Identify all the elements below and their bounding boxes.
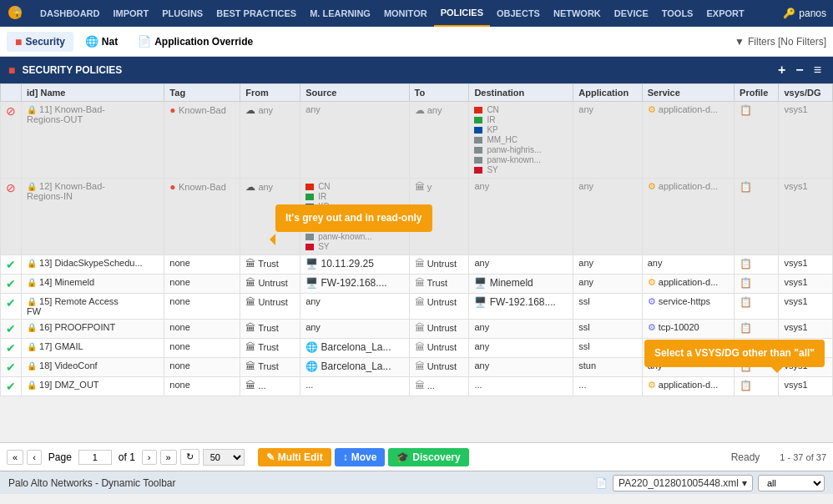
tag-cell: none (164, 320, 240, 339)
nav-export[interactable]: EXPORT (699, 0, 750, 27)
nav-dashboard[interactable]: DASHBOARD (33, 0, 107, 27)
source-cell: any (300, 320, 409, 339)
menu-button[interactable]: ≡ (810, 63, 825, 78)
profile-cell: 📋 (735, 255, 779, 275)
from-cell: 🏛 Untrust (240, 275, 300, 294)
status-green-icon: ✔ (6, 258, 16, 271)
service-cell: ⚙ application-d... (642, 377, 734, 396)
nav-network[interactable]: NETWORK (547, 0, 608, 27)
vsys-cell: vsys1 (779, 255, 833, 275)
service-cell: ⚙ application-d... (642, 102, 734, 179)
page-number-input[interactable] (78, 450, 112, 465)
nav-best-practices[interactable]: BEST PRACTICES (210, 0, 303, 27)
nat-tab-label: Nat (102, 36, 118, 48)
tab-security[interactable]: ■ Security (7, 32, 73, 52)
tag-cell: none (164, 358, 240, 377)
refresh-button[interactable]: ↻ (180, 449, 199, 465)
service-cell: ⚙ tcp-10020 (642, 320, 734, 339)
vsys-cell: vsys1 (779, 275, 833, 294)
name-cell: 🔒 19] DMZ_OUT (22, 377, 164, 396)
application-cell: ssl (573, 320, 642, 339)
destination-cell: any (469, 255, 573, 275)
from-cell: 🏛 Trust (240, 358, 300, 377)
first-page-button[interactable]: « (7, 450, 23, 465)
to-cell: 🏛 Trust (409, 275, 469, 294)
status-green-icon: ✔ (6, 277, 16, 290)
remove-rule-button[interactable]: − (792, 63, 806, 78)
prev-page-button[interactable]: ‹ (27, 450, 42, 465)
vsys-cell: vsys1 (779, 102, 833, 179)
discovery-button[interactable]: 🎓 Discovery (388, 448, 468, 466)
filter-label: Filters [No Filters] (748, 36, 826, 48)
nav-import[interactable]: IMPORT (107, 0, 156, 27)
name-cell: 🔒 16] PROOFPOINT (22, 320, 164, 339)
last-page-button[interactable]: » (160, 450, 177, 465)
service-cell: any (642, 255, 734, 275)
move-label: Move (351, 451, 377, 463)
nav-objects[interactable]: OBJECTS (490, 0, 547, 27)
lock-icon: 🔒 (27, 297, 37, 306)
from-cell: 🏛 ... (240, 377, 300, 396)
table-row[interactable]: ✔ 🔒 16] PROOFPOINT none 🏛 Trust any 🏛 Un… (1, 320, 833, 339)
toolbar-title: Palo Alto Networks - Dynamic Toolbar (8, 477, 176, 489)
name-cell: 🔒 11] Known-Bad-Regions-OUT (22, 102, 164, 179)
section-icon: ■ (8, 63, 15, 77)
col-status-header (1, 84, 22, 102)
name-cell: 🔒 13] DidacSkypeSchedu... (22, 255, 164, 275)
tab-app-override[interactable]: 📄 Application Override (129, 32, 261, 51)
page-label: Page (48, 451, 72, 463)
bottom-bar: Palo Alto Networks - Dynamic Toolbar 📄 P… (0, 471, 833, 494)
move-icon: ↕ (343, 451, 348, 463)
col-destination-header: Destination (469, 84, 573, 102)
profile-icon: 📋 (740, 104, 752, 116)
to-cell: 🏛 ... (409, 377, 469, 396)
status-green-icon: ✔ (6, 380, 16, 393)
col-to-header: To (409, 84, 469, 102)
profile-icon: 📋 (740, 277, 752, 289)
name-cell: 🔒 14] Minemeld (22, 275, 164, 294)
tab-nat[interactable]: 🌐 Nat (77, 32, 126, 51)
file-selector[interactable]: PA220_012801005448.xml ▾ (613, 475, 753, 491)
from-cell: 🏛 Untrust (240, 294, 300, 320)
callout-grey-out: It's grey out and in read-only (275, 204, 432, 232)
svg-text:🔒: 🔒 (11, 6, 23, 18)
nav-device[interactable]: DEVICE (608, 0, 655, 27)
status-cell: ✔ (1, 377, 22, 396)
user-menu[interactable]: 🔑 panos (783, 8, 826, 19)
filter-button[interactable]: ▼ Filters [No Filters] (735, 36, 826, 48)
status-green-icon: ✔ (6, 322, 16, 335)
from-cell: ☁ any (240, 102, 300, 179)
status-cell: ⊘ (1, 179, 22, 255)
table-row[interactable]: ✔ 🔒 15] Remote AccessFW none 🏛 Untrust a… (1, 294, 833, 320)
nav-tools[interactable]: TOOLS (655, 0, 700, 27)
table-row[interactable]: ✔ 🔒 14] Minemeld none 🏛 Untrust 🖥️ FW-19… (1, 275, 833, 294)
lock-icon: 🔒 (27, 259, 37, 268)
nav-m-learning[interactable]: M. LEARNING (303, 0, 377, 27)
nav-policies[interactable]: POLICIES (434, 0, 490, 27)
col-vsys-header: vsys/DG (779, 84, 833, 102)
lock-icon: 🔒 (27, 182, 37, 191)
multi-edit-button[interactable]: ✎ Multi Edit (258, 448, 331, 466)
add-rule-button[interactable]: + (775, 63, 789, 78)
table-row[interactable]: ✔ 🔒 19] DMZ_OUT none 🏛 ... ... 🏛 ... ...… (1, 377, 833, 396)
table-row[interactable]: ✔ 🔒 13] DidacSkypeSchedu... none 🏛 Trust… (1, 255, 833, 275)
nav-monitor[interactable]: MONITOR (377, 0, 434, 27)
policy-table-container[interactable]: id] Name Tag From Source To Destination … (0, 83, 833, 442)
profile-cell: 📋 (735, 294, 779, 320)
from-cell: 🏛 Trust (240, 339, 300, 358)
user-icon: 🔑 (783, 8, 795, 19)
ready-status: Ready (731, 451, 760, 463)
callout-vsys: Select a VSYS/DG other than "all" (644, 340, 825, 367)
nav-plugins[interactable]: PLUGINS (155, 0, 210, 27)
status-cell: ✔ (1, 255, 22, 275)
move-button[interactable]: ↕ Move (335, 448, 386, 466)
discovery-label: Discovery (412, 451, 460, 463)
profile-cell: 📋 (735, 377, 779, 396)
to-cell: 🏛 Untrust (409, 320, 469, 339)
table-row[interactable]: ⊘ 🔒 11] Known-Bad-Regions-OUT ● Known-Ba… (1, 102, 833, 179)
vsys-selector[interactable]: all (758, 475, 825, 491)
to-cell: 🏛 Untrust (409, 358, 469, 377)
per-page-select[interactable]: 50 100 200 (203, 449, 245, 466)
next-page-button[interactable]: › (142, 450, 157, 465)
tag-cell: none (164, 377, 240, 396)
